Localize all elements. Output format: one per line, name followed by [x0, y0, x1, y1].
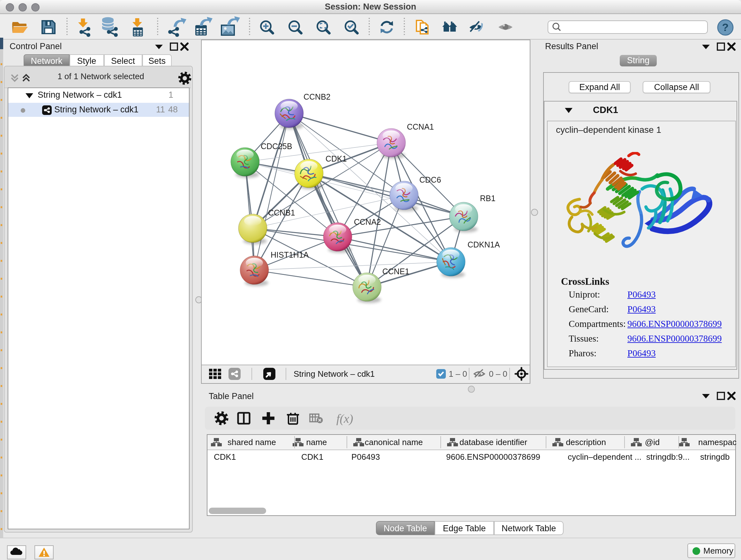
svg-text:CDKN1A: CDKN1A — [468, 240, 500, 249]
svg-text:0 – 0: 0 – 0 — [489, 369, 508, 379]
svg-text:CCNA2: CCNA2 — [354, 217, 381, 226]
svg-text:?: ? — [722, 21, 729, 33]
svg-text:CCNB2: CCNB2 — [304, 92, 331, 101]
svg-text:HIST1H1A: HIST1H1A — [271, 250, 309, 259]
svg-text:1 – 0: 1 – 0 — [449, 369, 467, 379]
svg-text:CCNB1: CCNB1 — [268, 208, 295, 217]
svg-text:CDC25B: CDC25B — [261, 142, 292, 151]
svg-text:CDC6: CDC6 — [419, 175, 441, 184]
svg-text:RB1: RB1 — [480, 194, 495, 203]
svg-text:f(x): f(x) — [336, 412, 353, 426]
svg-text:CCNE1: CCNE1 — [382, 267, 409, 276]
svg-text:CDK1: CDK1 — [326, 154, 347, 163]
svg-text:CCNA1: CCNA1 — [407, 122, 434, 131]
svg-text:String Network – cdk1: String Network – cdk1 — [293, 369, 375, 379]
